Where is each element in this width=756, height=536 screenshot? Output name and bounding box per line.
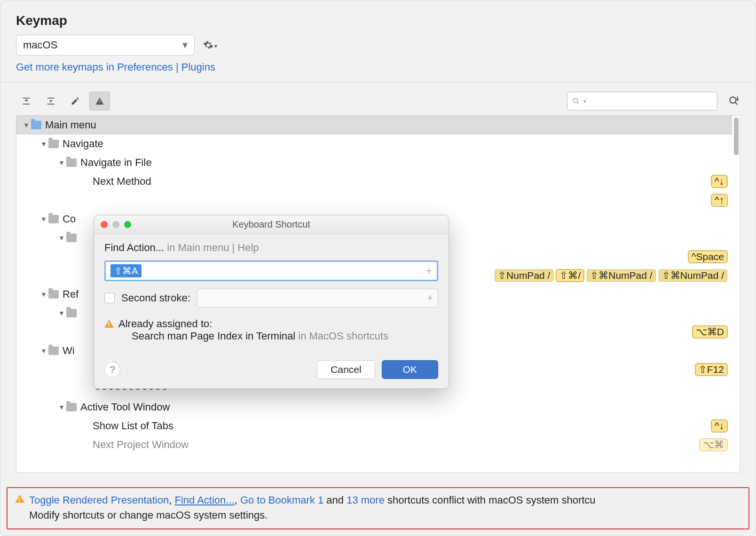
warning-icon [104, 320, 114, 328]
shortcut-value: ⇧⌘A [110, 264, 142, 277]
keyboard-shortcut-dialog: Keyboard Shortcut Find Action... in Main… [94, 215, 449, 389]
folder-icon [48, 215, 59, 223]
assigned-text-muted: in MacOS shortcuts [298, 330, 388, 342]
conflict-link[interactable]: 13 more [346, 494, 385, 506]
folder-icon [66, 234, 77, 242]
scrollbar-thumb[interactable] [734, 118, 739, 155]
folder-icon [66, 403, 77, 411]
add-icon[interactable]: + [426, 265, 432, 277]
disclosure-icon[interactable]: ▼ [39, 140, 48, 148]
conflict-link[interactable]: Find Action... [174, 494, 234, 506]
minimize-icon [112, 221, 119, 228]
chevron-down-icon: ▾ [583, 98, 586, 104]
folder-icon [66, 309, 77, 317]
shortcut-badge: ⌥⌘ [700, 439, 727, 451]
conflict-link[interactable]: Go to Bookmark 1 [240, 494, 323, 506]
disclosure-icon[interactable]: ▼ [57, 234, 66, 242]
disclosure-icon[interactable]: ▼ [39, 347, 48, 355]
collapse-all-icon[interactable] [40, 92, 61, 110]
page-title: Keymap [1, 1, 755, 35]
tree-row[interactable]: Next Method ^↓ [16, 172, 732, 191]
disclosure-icon[interactable]: ▼ [57, 403, 66, 411]
disclosure-icon[interactable]: ▼ [39, 215, 48, 223]
tree-label: Co [63, 213, 76, 225]
shortcut-badge: ⇧⌘NumPad / [587, 269, 655, 282]
disclosure-icon[interactable]: ▼ [57, 309, 66, 317]
second-stroke-checkbox[interactable] [104, 293, 115, 303]
folder-icon [48, 290, 59, 299]
tree-label: Next Method [93, 175, 151, 188]
keymap-select-value: macOS [23, 39, 57, 51]
help-icon[interactable]: ? [104, 362, 120, 378]
get-keymaps-link[interactable]: Get more keymaps in Preferences | Plugin… [16, 61, 215, 73]
tree-label: Next Project Window [93, 439, 189, 451]
search-input[interactable]: ▾ [567, 92, 717, 110]
warnings-filter-icon[interactable] [89, 92, 110, 110]
tree-row[interactable]: Next Project Window ⌥⌘ [16, 435, 732, 454]
find-by-shortcut-icon[interactable] [728, 95, 740, 107]
shortcut-badge: ⇧NumPad / [495, 269, 553, 282]
action-name: Find Action... [104, 242, 164, 253]
disclosure-icon[interactable]: ▼ [22, 121, 31, 129]
tree-row[interactable]: ▼ Navigate in File [16, 153, 732, 172]
banner-text: Modify shortcuts or change macOS system … [29, 508, 596, 523]
banner-text: and [326, 494, 344, 506]
shortcut-badge: ⇧⌘/ [556, 269, 584, 282]
folder-icon [48, 140, 59, 148]
expand-all-icon[interactable] [16, 92, 37, 110]
tree-label: Active Tool Window [80, 401, 170, 413]
keymap-select[interactable]: macOS ▾ [16, 35, 195, 55]
shortcut-badge: ^Space [688, 251, 727, 263]
second-stroke-input[interactable]: + [197, 289, 438, 307]
tree-label: Ref [63, 288, 79, 300]
tree-label: Main menu [45, 119, 96, 131]
chevron-down-icon: ▾ [214, 43, 217, 49]
tree-row[interactable]: Show List of Tabs ^↓ [16, 417, 732, 435]
disclosure-icon[interactable]: ▼ [57, 159, 66, 166]
tree-label: Show List of Tabs [93, 420, 173, 432]
assigned-header: Already assigned to: [118, 318, 388, 330]
edit-icon[interactable] [65, 92, 86, 110]
shortcut-badge: ^↑ [711, 194, 727, 206]
tree-row[interactable]: ▼ Main menu [16, 116, 732, 134]
tree-row[interactable]: ^↑ [16, 191, 732, 210]
cancel-button[interactable]: Cancel [317, 360, 375, 379]
search-field[interactable] [590, 95, 712, 107]
warning-icon [15, 495, 24, 503]
dialog-titlebar[interactable]: Keyboard Shortcut [94, 215, 449, 234]
dialog-title: Keyboard Shortcut [232, 219, 310, 230]
shortcut-badge: ^↓ [711, 420, 727, 432]
conflict-banner: Toggle Rendered Presentation, Find Actio… [7, 487, 749, 529]
separator [1, 82, 755, 82]
tree-row[interactable]: ▼ Navigate [16, 134, 732, 153]
ok-button[interactable]: OK [382, 360, 438, 379]
tree-label: Navigate in File [80, 157, 152, 169]
second-stroke-label: Second stroke: [121, 292, 190, 304]
shortcut-badge: ^↓ [711, 175, 727, 188]
folder-icon [48, 347, 59, 355]
search-icon [572, 97, 580, 105]
folder-icon [31, 121, 41, 129]
gear-icon[interactable]: ▾ [203, 40, 217, 50]
chevron-down-icon: ▾ [182, 39, 188, 51]
shortcut-badge: ⇧F12 [695, 363, 727, 376]
assigned-text: Search man Page Index in Terminal [132, 330, 295, 342]
zoom-icon[interactable] [124, 221, 131, 228]
tree-label: Navigate [63, 138, 103, 150]
close-icon[interactable] [101, 221, 108, 228]
banner-text: shortcuts conflict with macOS system sho… [387, 494, 596, 506]
add-icon[interactable]: + [427, 292, 433, 304]
tree-label: Wi [63, 345, 75, 357]
folder-icon [66, 158, 77, 167]
shortcut-badge: ⌥⌘D [693, 326, 727, 338]
action-path: in Main menu | Help [167, 242, 259, 253]
disclosure-icon[interactable]: ▼ [39, 291, 48, 298]
conflict-link[interactable]: Toggle Rendered Presentation [29, 494, 169, 506]
shortcut-badge: ⇧⌘NumPad / [659, 269, 727, 282]
shortcut-input[interactable]: ⇧⌘A + [104, 260, 438, 281]
tree-row[interactable]: ▼ Active Tool Window [16, 398, 732, 417]
